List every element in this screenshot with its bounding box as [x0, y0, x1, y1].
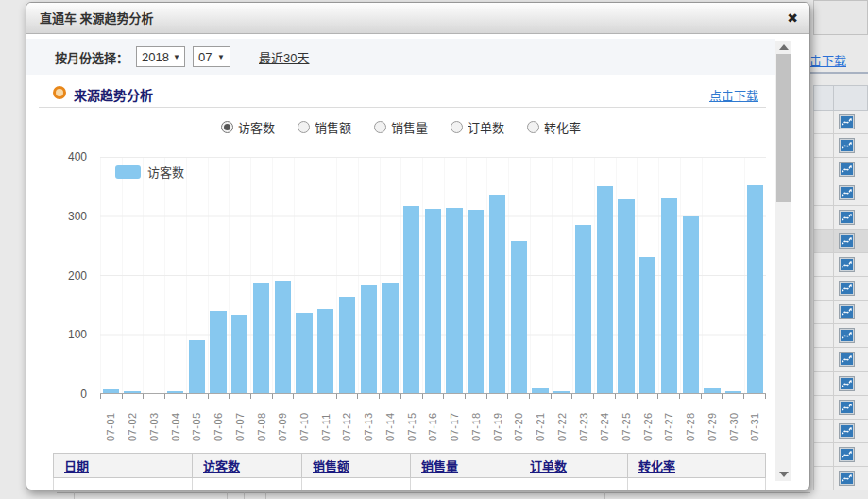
bar-07-24[interactable] [597, 186, 613, 393]
bar-07-04[interactable] [167, 391, 183, 394]
bar-07-13[interactable] [361, 285, 377, 393]
trend-chart-icon[interactable] [839, 423, 855, 439]
trend-chart-icon[interactable] [839, 162, 855, 177]
trend-chart-icon[interactable] [839, 185, 855, 200]
table-sort-link[interactable]: 日期 [64, 456, 89, 474]
trend-chart-icon[interactable] [839, 210, 855, 225]
trend-chart-icon[interactable] [839, 328, 855, 343]
background-table-border [604, 492, 605, 499]
x-axis-tick-label: 07-06 [213, 402, 224, 441]
trend-chart-icon[interactable] [839, 304, 855, 319]
table-sort-link[interactable]: 销售额 [313, 456, 349, 474]
bar-07-31[interactable] [747, 185, 763, 393]
download-link[interactable]: 点击下载 [709, 86, 758, 104]
recent-30-days-link[interactable]: 最近30天 [259, 48, 309, 66]
x-axis-tick-label: 07-01 [105, 402, 116, 441]
trend-chart-icon[interactable] [839, 233, 855, 249]
y-axis-tick-label: 400 [68, 150, 87, 163]
trend-chart-icon[interactable] [839, 447, 855, 462]
table-header-cell: 转化率 [627, 453, 766, 478]
bar-07-08[interactable] [253, 283, 269, 394]
trend-chart-icon[interactable] [839, 471, 855, 486]
chart-x-axis-ticks [100, 394, 766, 399]
scroll-down-arrow-icon[interactable] [775, 468, 791, 481]
metric-radio-1[interactable]: 访客数 [221, 118, 275, 136]
month-select[interactable]: 07 ▼ [193, 46, 230, 67]
bar-07-23[interactable] [575, 225, 591, 393]
bar-07-12[interactable] [339, 297, 355, 393]
section-title: 来源趋势分析 [74, 85, 153, 104]
bar-07-27[interactable] [661, 198, 677, 393]
bar-07-11[interactable] [317, 309, 333, 393]
trend-chart-icon[interactable] [839, 138, 855, 153]
year-select[interactable]: 2018 ▼ [136, 46, 185, 67]
bar-07-07[interactable] [231, 315, 247, 393]
table-header-cell: 销售额 [301, 453, 410, 478]
metric-radio-label: 订单数 [468, 118, 504, 136]
scroll-up-arrow-icon[interactable] [775, 41, 791, 54]
metric-radio-3[interactable]: 销售量 [374, 118, 428, 136]
y-axis-tick-label: 0 [80, 387, 87, 401]
background-table-border [265, 492, 266, 499]
bar-07-21[interactable] [532, 388, 548, 393]
bar-07-01[interactable] [103, 389, 119, 393]
trend-chart-icon[interactable] [839, 400, 855, 415]
bar-07-20[interactable] [511, 241, 527, 393]
x-axis-tick-label: 07-19 [492, 402, 503, 441]
bar-07-18[interactable] [468, 210, 484, 393]
trend-bar-chart: 4003002001000 访客数 07-0107-0207-0307-0407… [26, 155, 775, 443]
bar-07-15[interactable] [403, 206, 419, 393]
bar-07-09[interactable] [275, 281, 291, 393]
background-table-row [813, 396, 868, 420]
trend-chart-icon[interactable] [839, 376, 855, 391]
x-axis-tick-label: 07-15 [406, 402, 417, 441]
radio-icon[interactable] [374, 121, 386, 133]
bar-07-10[interactable] [296, 313, 312, 393]
scrollbar-thumb[interactable] [776, 54, 791, 202]
trend-chart-icon[interactable] [839, 281, 855, 296]
x-axis-tick-label: 07-07 [234, 402, 246, 441]
bar-07-30[interactable] [725, 391, 741, 393]
modal-scrollbar[interactable] [775, 41, 791, 481]
chart-y-axis: 4003002001000 [43, 157, 93, 394]
table-header-cell: 订单数 [519, 453, 627, 478]
x-axis-tick-label: 07-25 [621, 402, 632, 441]
radio-selected-icon[interactable] [221, 121, 233, 133]
bar-07-26[interactable] [639, 257, 655, 393]
table-sort-link[interactable]: 订单数 [530, 456, 567, 474]
radio-icon[interactable] [451, 121, 463, 133]
radio-icon[interactable] [527, 121, 539, 133]
metric-radio-5[interactable]: 转化率 [527, 118, 581, 136]
metric-radio-group: 访客数销售额销售量订单数转化率 [26, 117, 775, 136]
trend-chart-icon[interactable] [839, 257, 855, 272]
bar-07-28[interactable] [683, 216, 699, 394]
bar-07-25[interactable] [618, 199, 634, 393]
chart-legend[interactable]: 访客数 [115, 163, 184, 181]
radio-icon[interactable] [298, 121, 310, 133]
x-axis-tick-label: 07-31 [749, 402, 760, 441]
metric-radio-2[interactable]: 销售额 [298, 118, 351, 136]
bar-07-22[interactable] [553, 391, 570, 393]
table-sort-link[interactable]: 转化率 [638, 456, 675, 474]
bar-07-14[interactable] [382, 283, 398, 393]
close-icon[interactable]: ✖ [787, 3, 798, 34]
bar-07-29[interactable] [704, 388, 720, 393]
table-sort-link[interactable]: 访客数 [203, 456, 240, 474]
table-sort-link[interactable]: 销售量 [421, 456, 458, 474]
trend-data-table: 日期访客数销售额销售量订单数转化率 [53, 453, 766, 490]
bar-07-16[interactable] [425, 209, 441, 393]
x-axis-tick-label: 07-12 [341, 402, 352, 441]
metric-radio-4[interactable]: 订单数 [451, 118, 504, 136]
x-axis-tick-label: 07-20 [513, 402, 524, 441]
x-axis-tick-label: 07-18 [470, 402, 482, 441]
trend-chart-icon[interactable] [839, 352, 855, 367]
bar-07-05[interactable] [189, 340, 205, 393]
section-bullet-icon [53, 86, 66, 99]
bar-07-19[interactable] [489, 195, 505, 393]
trend-chart-icon[interactable] [839, 114, 855, 129]
x-axis-tick-label: 07-03 [148, 402, 160, 441]
bar-07-17[interactable] [446, 208, 462, 393]
bar-07-02[interactable] [124, 391, 140, 394]
table-cell [519, 478, 627, 490]
bar-07-06[interactable] [210, 311, 226, 394]
